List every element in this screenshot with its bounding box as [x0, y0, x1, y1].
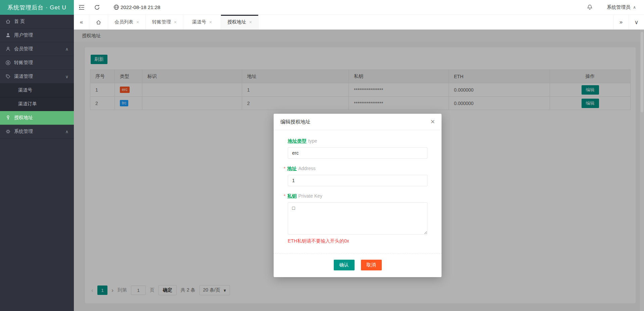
sidebar-item-authorized-address[interactable]: 授权地址 [0, 111, 74, 125]
globe-icon [113, 4, 119, 10]
menu-fold-icon [78, 4, 85, 11]
tab-authorized-address[interactable]: 授权地址 × [221, 15, 259, 30]
field-label: 地址类型 type [288, 138, 427, 144]
modal-footer: 确认 取消 [274, 253, 442, 277]
tab-home[interactable] [89, 15, 108, 30]
modal-title: 编辑授权地址 [280, 119, 311, 125]
sidebar-item-channel-number[interactable]: 渠道号 [0, 84, 74, 97]
sidebar-item-label: 首 页 [14, 18, 25, 24]
sidebar-item-users[interactable]: 用户管理 [0, 29, 74, 42]
scrollbar-thumb[interactable] [641, 32, 643, 112]
field-label-en: Private Key [298, 193, 322, 199]
tab-label: 授权地址 [227, 19, 246, 25]
topbar: 2022-08-18 21:28 系统管理员 ∧ [74, 0, 644, 15]
address-input[interactable] [288, 175, 427, 186]
sidebar-item-label: 会员管理 [14, 46, 33, 52]
close-icon[interactable]: × [209, 20, 212, 24]
required-mark: * [284, 166, 285, 171]
content-scrollbar[interactable] [640, 30, 644, 311]
tab-label: 转账管理 [152, 19, 171, 25]
tab-channel-number[interactable]: 渠道号 × [183, 15, 221, 30]
field-label-cn: 私钥 [287, 193, 296, 199]
sidebar-item-transfer[interactable]: 转账管理 [0, 56, 74, 70]
private-key-textarea[interactable]: □ [288, 202, 427, 235]
gear-icon [5, 129, 11, 134]
user-icon [5, 33, 11, 38]
chevron-up-icon: ∧ [633, 5, 636, 10]
field-label-cn: 地址类型 [288, 138, 307, 144]
sidebar-item-home[interactable]: 首 页 [0, 15, 74, 29]
modal-body: 地址类型 type * 地址 Address * 私钥 Private Key … [274, 130, 442, 244]
tabs-menu-button[interactable]: ∨ [629, 15, 644, 30]
required-mark: * [284, 193, 285, 199]
close-icon[interactable]: × [136, 20, 139, 24]
time-text: 2022-08-18 21:28 [121, 4, 160, 10]
sidebar-item-system[interactable]: 系统管理 ∧ [0, 125, 74, 139]
member-icon [5, 46, 11, 52]
sidebar: 系统管理后台 · Get U 首 页 用户管理 会员管理 ∧ 转账管理 渠道管理… [0, 0, 74, 311]
field-label: * 私钥 Private Key [288, 193, 427, 199]
tab-member-list[interactable]: 会员列表 × [108, 15, 146, 30]
notifications-button[interactable] [582, 0, 597, 15]
tab-label: 会员列表 [114, 19, 133, 25]
page-refresh-button[interactable] [89, 0, 105, 15]
chevron-up-icon: ∧ [65, 129, 68, 134]
cancel-button[interactable]: 取消 [361, 260, 382, 270]
sidebar-item-label: 渠道订单 [18, 101, 37, 107]
sidebar-item-label: 系统管理 [14, 128, 33, 135]
server-time: 2022-08-18 21:28 [113, 4, 160, 10]
field-address-type: 地址类型 type [288, 138, 427, 159]
home-icon [5, 19, 11, 24]
sidebar-item-label: 转账管理 [14, 60, 33, 66]
sidebar-item-channel-orders[interactable]: 渠道订单 [0, 97, 74, 111]
sidebar-item-channels[interactable]: 渠道管理 ∨ [0, 70, 74, 84]
sidebar-item-label: 渠道管理 [14, 73, 33, 80]
yen-icon [5, 60, 11, 65]
refresh-icon [94, 4, 100, 11]
sidebar-item-label: 用户管理 [14, 32, 33, 38]
sidebar-item-label: 渠道号 [18, 87, 32, 93]
chevron-up-icon: ∧ [65, 47, 68, 52]
close-icon[interactable]: × [430, 118, 435, 125]
key-icon [5, 115, 11, 120]
tag-icon [5, 74, 11, 79]
address-type-input[interactable] [288, 147, 427, 159]
confirm-button[interactable]: 确认 [334, 260, 355, 270]
tab-transfer[interactable]: 转账管理 × [146, 15, 183, 30]
close-icon[interactable]: × [174, 20, 177, 24]
close-icon[interactable]: × [249, 20, 252, 24]
field-label-en: Address [298, 166, 315, 171]
sidebar-collapse-button[interactable] [74, 0, 89, 15]
app-logo-title: 系统管理后台 · Get U [0, 0, 74, 15]
sidebar-item-members[interactable]: 会员管理 ∧ [0, 42, 74, 56]
field-label: * 地址 Address [288, 166, 427, 172]
tabbar: « 会员列表 × 转账管理 × 渠道号 × 授权地址 × » ∨ [74, 15, 644, 30]
username-text: 系统管理员 [607, 4, 630, 10]
field-label-cn: 地址 [287, 166, 296, 172]
edit-address-modal: 编辑授权地址 × 地址类型 type * 地址 Address * 私钥 Pri… [274, 114, 442, 277]
tab-label: 渠道号 [192, 19, 206, 25]
field-private-key: * 私钥 Private Key □ ETH私钥请不要输入开头的0x [288, 193, 427, 244]
sidebar-item-label: 授权地址 [14, 115, 33, 121]
field-label-en: type [308, 138, 317, 144]
tabs-scroll-right-button[interactable]: » [613, 15, 629, 30]
home-icon [96, 19, 101, 25]
tabs-scroll-left-button[interactable]: « [74, 15, 89, 30]
field-address: * 地址 Address [288, 166, 427, 186]
modal-header: 编辑授权地址 × [274, 114, 442, 130]
chevron-down-icon: ∨ [65, 74, 68, 79]
bell-icon [587, 4, 593, 10]
private-key-hint: ETH私钥请不要输入开头的0x [288, 238, 427, 244]
user-menu[interactable]: 系统管理员 ∧ [607, 4, 636, 10]
